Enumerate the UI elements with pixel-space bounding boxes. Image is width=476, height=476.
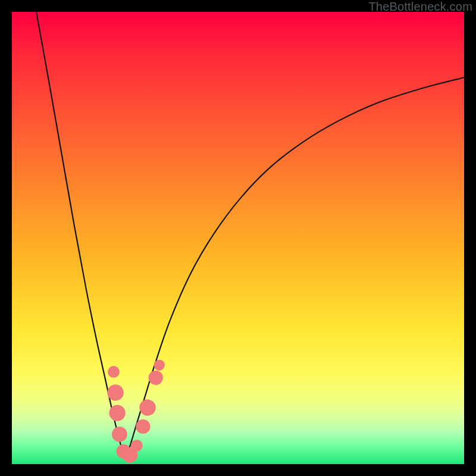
chart-marker	[139, 399, 155, 415]
chart-marker	[136, 419, 150, 434]
chart-marker	[108, 366, 120, 378]
chart-marker	[112, 427, 127, 442]
chart-marker	[154, 359, 165, 370]
chart-svg	[12, 12, 464, 464]
chart-marker	[149, 371, 163, 385]
chart-marker	[109, 405, 125, 421]
chart-marker	[131, 440, 143, 452]
chart-frame: TheBottleneck.com	[0, 0, 476, 476]
chart-marker	[107, 384, 123, 400]
chart-plot-area	[12, 12, 464, 464]
chart-markers	[107, 359, 165, 462]
curve-right-branch	[125, 77, 464, 459]
watermark-text: TheBottleneck.com	[368, 0, 472, 14]
chart-curve-group	[36, 12, 464, 459]
